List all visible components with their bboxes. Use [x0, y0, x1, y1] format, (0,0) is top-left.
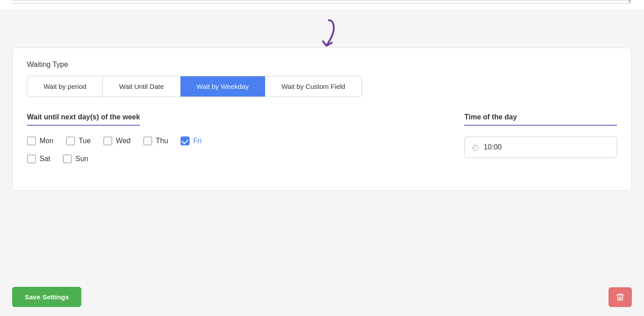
time-input[interactable] — [484, 143, 520, 151]
trash-icon — [616, 293, 625, 302]
top-textarea-area: ↘ — [0, 0, 644, 9]
card-wrapper: Waiting Type Wait by period Wait Until D… — [0, 9, 644, 278]
day-thu[interactable]: Thu — [143, 136, 168, 145]
weekday-section: Wait until next day(s) of the week Mon T… — [27, 113, 428, 172]
weekday-section-title: Wait until next day(s) of the week — [27, 113, 140, 126]
checkbox-fri[interactable] — [181, 136, 190, 145]
tab-wait-by-weekday[interactable]: Wait by Weekday — [181, 76, 265, 97]
checkbox-thu[interactable] — [143, 136, 152, 145]
page-wrapper: ↘ Waiting Type Wait by period Wait Until… — [0, 0, 644, 316]
label-tue: Tue — [79, 137, 91, 145]
day-wed[interactable]: Wed — [103, 136, 131, 145]
save-settings-button[interactable]: Save Settings — [12, 287, 81, 307]
delete-button[interactable] — [609, 287, 632, 307]
tab-wait-by-custom-field[interactable]: Wait by Custom Field — [265, 76, 362, 97]
tab-row: Wait by period Wait Until Date Wait by W… — [27, 76, 362, 97]
time-section: Time of the day ◴ — [464, 113, 617, 158]
clock-icon: ◴ — [472, 142, 479, 152]
checkbox-wed[interactable] — [103, 136, 112, 145]
day-sat[interactable]: Sat — [27, 154, 50, 163]
waiting-type-label: Waiting Type — [27, 61, 617, 69]
tab-wait-until-date[interactable]: Wait Until Date — [103, 76, 180, 97]
bottom-bar: Save Settings — [0, 278, 644, 316]
label-sat: Sat — [40, 155, 50, 163]
day-mon[interactable]: Mon — [27, 136, 53, 145]
checkbox-sat[interactable] — [27, 154, 36, 163]
label-thu: Thu — [156, 137, 168, 145]
tab-wait-by-period[interactable]: Wait by period — [27, 76, 103, 97]
weekdays-row-2: Sat Sun — [27, 154, 428, 163]
time-section-title: Time of the day — [464, 113, 617, 126]
checkbox-sun[interactable] — [63, 154, 72, 163]
weekday-time-row: Wait until next day(s) of the week Mon T… — [27, 113, 617, 172]
checkbox-tue[interactable] — [66, 136, 75, 145]
day-fri[interactable]: Fri — [181, 136, 202, 145]
top-textarea[interactable] — [12, 0, 632, 4]
day-sun[interactable]: Sun — [63, 154, 88, 163]
day-tue[interactable]: Tue — [66, 136, 91, 145]
label-sun: Sun — [75, 155, 88, 163]
time-input-wrapper: ◴ — [464, 136, 617, 158]
weekdays-row-1: Mon Tue Wed Thu — [27, 136, 428, 145]
label-mon: Mon — [40, 137, 53, 145]
waiting-type-card: Waiting Type Wait by period Wait Until D… — [12, 48, 632, 191]
label-wed: Wed — [116, 137, 131, 145]
arrow-icon — [304, 18, 340, 48]
arrow-area — [12, 18, 632, 48]
label-fri: Fri — [193, 137, 202, 145]
checkbox-mon[interactable] — [27, 136, 36, 145]
